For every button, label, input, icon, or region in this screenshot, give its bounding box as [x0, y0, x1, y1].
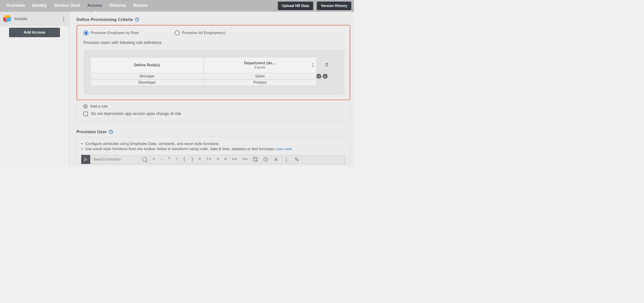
nav-tab-identity[interactable]: Identity [32, 3, 47, 9]
criteria-panel: Provision Employee by Role Provision All… [76, 25, 350, 121]
provision-user-title-text: Provision User [76, 130, 107, 134]
nav-tab-review[interactable]: Review [133, 3, 148, 9]
deprovision-label: Do not deprovision app access upon chang… [91, 111, 181, 116]
provision-bullet-2: Use excel-style functions from the toolb… [85, 146, 346, 152]
deprovision-checkbox-row[interactable]: Do not deprovision app access upon chang… [84, 111, 344, 116]
radio-icon-checked [84, 30, 88, 36]
fx-icon[interactable]: fx [81, 155, 90, 164]
rule-row-actions: − + [316, 73, 337, 79]
radio-by-role-label: Provision Employee by Role [91, 31, 139, 35]
rule-col-roles-label: Define Role(s) [134, 63, 160, 68]
rule-cell-role[interactable]: Manager [91, 73, 204, 79]
criteria-section-title: Define Provisioning Criteria ? [76, 17, 350, 22]
sidebar-app-item[interactable]: Airtable [0, 12, 69, 26]
rule-col-attr-label: Department (de… [244, 61, 276, 66]
search-icon[interactable] [142, 157, 147, 162]
content-area: Define Provisioning Criteria ? Provision… [69, 12, 354, 166]
radio-icon-unchecked [175, 30, 180, 36]
op-lt[interactable]: < [224, 157, 227, 162]
plus-circle-icon: + [84, 104, 88, 108]
nav-tabs: Overview Identity Service Desk Access Ob… [6, 3, 148, 9]
op-divide[interactable]: / [176, 157, 178, 162]
rule-delete-cell [316, 57, 337, 73]
rule-col-roles-header: Define Role(s) [91, 57, 204, 73]
function-search-input[interactable] [94, 157, 140, 162]
criteria-help-icon[interactable]: ? [135, 18, 139, 22]
criteria-highlight-box: Provision Employee by Role Provision All… [77, 25, 350, 100]
op-left-paren[interactable]: ( [183, 157, 186, 162]
rule-col-op-label: Equals [254, 66, 266, 70]
nav-actions: Upload HR Data Version History [278, 2, 351, 10]
airtable-logo-icon [3, 15, 11, 22]
top-nav: Overview Identity Service Desk Access Ob… [0, 0, 354, 12]
nav-tab-observe[interactable]: Observe [109, 3, 126, 9]
provision-user-panel: Configure attributes using Employee Data… [76, 137, 350, 164]
op-right-paren[interactable]: ) [191, 157, 194, 162]
radio-provision-all-employees[interactable]: Provision All Employee(s) [175, 30, 226, 36]
sidebar-app-name: Airtable [14, 17, 58, 21]
op-multiply[interactable]: * [168, 157, 170, 162]
function-search-wrap [90, 155, 149, 164]
rule-col-menu-icon[interactable] [312, 63, 314, 67]
logic-category-icon[interactable] [294, 157, 300, 162]
add-row-button[interactable]: + [323, 74, 328, 79]
trash-icon[interactable] [324, 62, 329, 68]
rule-table: Define Role(s) Department (de… Equals [91, 57, 337, 86]
svg-rect-0 [253, 157, 257, 162]
rule-cell-role[interactable]: Developer [91, 79, 204, 86]
rule-block: Define Role(s) Department (de… Equals [84, 50, 344, 95]
upload-hr-data-button[interactable]: Upload HR Data [278, 2, 313, 10]
version-history-button[interactable]: Version History [317, 2, 351, 10]
add-access-button[interactable]: Add Access [9, 28, 60, 37]
rule-cell-value[interactable]: Product [204, 79, 316, 86]
datetime-category-icon[interactable] [263, 157, 268, 162]
op-plus[interactable]: + [152, 157, 155, 162]
info-category-icon[interactable] [284, 157, 289, 162]
checkbox-icon[interactable] [84, 112, 88, 116]
sidebar: Airtable Add Access [0, 12, 69, 166]
nav-tab-service-desk[interactable]: Service Desk [54, 3, 80, 9]
criteria-subheading: Provision users with following rule defi… [84, 40, 344, 45]
text-category-icon[interactable] [273, 157, 279, 162]
criteria-title-text: Define Provisioning Criteria [76, 17, 133, 22]
math-category-icon[interactable] [252, 157, 258, 162]
nav-tab-access[interactable]: Access [87, 3, 102, 9]
operator-toolbar: + - * / ( ) = != > < <= >= [149, 155, 346, 164]
op-not-equals[interactable]: != [206, 157, 212, 162]
add-rule-label: Add a rule [90, 104, 108, 109]
op-equals[interactable]: = [198, 157, 201, 162]
op-lte[interactable]: <= [232, 157, 237, 162]
rule-col-attr-header[interactable]: Department (de… Equals [204, 57, 316, 73]
sidebar-app-menu-icon[interactable] [61, 16, 66, 22]
nav-tab-overview[interactable]: Overview [6, 3, 25, 9]
provision-user-title: Provision User ? [76, 130, 350, 134]
rule-row-actions [316, 79, 337, 86]
radio-all-emp-label: Provision All Employee(s) [182, 31, 226, 35]
op-gte[interactable]: >= [242, 157, 248, 162]
provision-bullet-1: Configure attributes using Employee Data… [85, 141, 346, 146]
provision-bullet-2-text: Use excel-style functions from the toolb… [85, 147, 274, 151]
rule-cell-value[interactable]: Sales [204, 73, 316, 79]
formula-toolbar: fx + - * / ( ) = != > < <= >= [81, 155, 346, 164]
remove-row-button[interactable]: − [316, 74, 321, 79]
radio-provision-by-role[interactable]: Provision Employee by Role [84, 30, 139, 36]
provision-user-help-icon[interactable]: ? [109, 130, 113, 134]
op-minus[interactable]: - [160, 157, 163, 162]
op-gt[interactable]: > [216, 157, 219, 162]
svg-point-2 [286, 157, 287, 158]
learn-more-link[interactable]: Learn more [275, 147, 292, 151]
add-rule-button[interactable]: + Add a rule [84, 104, 344, 109]
